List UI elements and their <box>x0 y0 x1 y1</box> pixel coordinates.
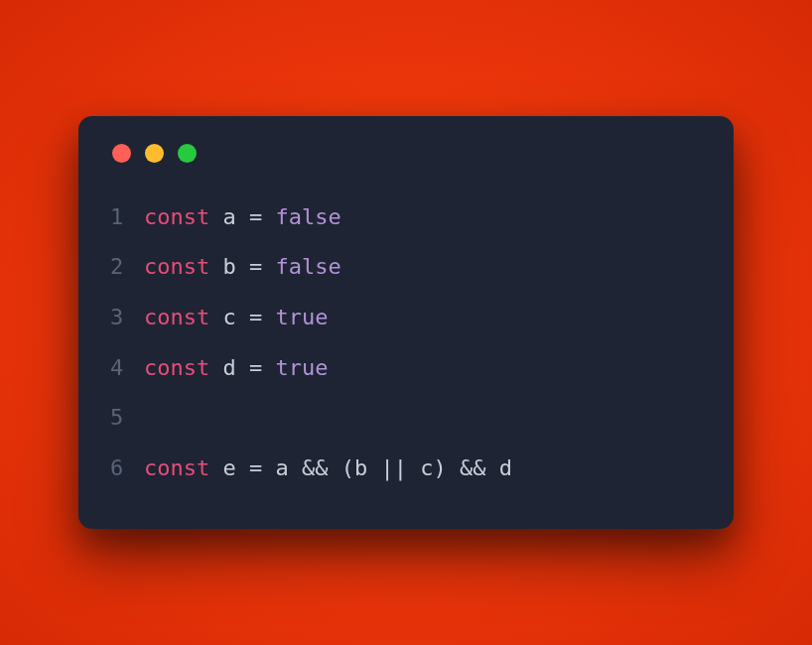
line-number: 4 <box>110 343 144 394</box>
token-keyword: const <box>144 204 209 229</box>
code-line: 6const e = a && (b || c) && d <box>110 444 702 494</box>
token-ident: b <box>354 455 367 480</box>
token-keyword: const <box>144 455 209 480</box>
token-bool: true <box>275 305 328 329</box>
traffic-lights <box>112 144 702 163</box>
code-line: 4const d = true <box>110 343 702 394</box>
token-keyword: const <box>144 254 209 279</box>
line-content: const d = true <box>144 343 328 394</box>
token-ident: c <box>222 305 235 329</box>
token-op: = <box>249 455 262 480</box>
token-paren: ( <box>341 455 354 480</box>
line-number: 5 <box>110 393 144 444</box>
line-number: 1 <box>110 193 144 243</box>
line-content: const a = false <box>144 193 341 243</box>
token-op: && <box>302 455 329 480</box>
line-content: const e = a && (b || c) && d <box>144 444 512 494</box>
token-bool: true <box>275 355 328 380</box>
token-ident: c <box>420 455 433 480</box>
line-number: 2 <box>110 242 144 293</box>
token-ident: d <box>499 455 512 480</box>
minimize-icon[interactable] <box>145 144 164 163</box>
token-bool: false <box>275 204 340 229</box>
token-op: = <box>249 355 262 380</box>
token-op: = <box>249 305 262 329</box>
token-keyword: const <box>144 305 209 329</box>
token-ident: b <box>222 254 235 279</box>
line-content: const b = false <box>144 242 341 293</box>
line-content: const c = true <box>144 293 328 343</box>
token-op: = <box>249 204 262 229</box>
token-op: || <box>380 455 407 480</box>
line-number: 3 <box>110 293 144 343</box>
code-line: 1const a = false <box>110 193 702 243</box>
token-keyword: const <box>144 355 209 380</box>
token-op: = <box>249 254 262 279</box>
token-ident: a <box>222 204 235 229</box>
zoom-icon[interactable] <box>178 144 197 163</box>
code-line: 5 <box>110 393 702 444</box>
code-line: 3const c = true <box>110 293 702 343</box>
token-ident: e <box>222 455 235 480</box>
token-ident: d <box>222 355 235 380</box>
close-icon[interactable] <box>112 144 131 163</box>
token-paren: ) <box>433 455 446 480</box>
token-op: && <box>460 455 486 480</box>
code-editor[interactable]: 1const a = false2const b = false3const c… <box>110 193 702 494</box>
code-line: 2const b = false <box>110 242 702 293</box>
line-content <box>144 393 157 444</box>
token-ident: a <box>275 455 288 480</box>
token-bool: false <box>275 254 340 279</box>
line-number: 6 <box>110 444 144 494</box>
code-window: 1const a = false2const b = false3const c… <box>78 116 734 530</box>
